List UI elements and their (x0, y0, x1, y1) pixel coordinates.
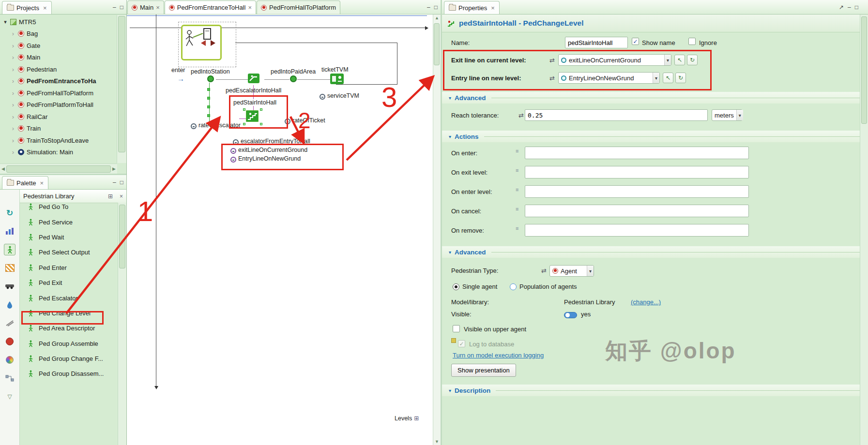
properties-vertical-scrollbar[interactable] (860, 15, 868, 445)
node-pedintopaidarea[interactable] (290, 75, 297, 82)
levels-control[interactable]: Levels ⊞ (395, 415, 419, 422)
tab-pedfromhalltoplatform[interactable]: PedFromHallToPlatform (257, 0, 340, 14)
node-exitlineoncurrentground-icon[interactable] (230, 148, 236, 154)
selection-handle[interactable] (260, 108, 262, 111)
fluid-library-icon[interactable] (4, 299, 15, 311)
controls-icon[interactable] (4, 372, 15, 384)
close-icon[interactable]: × (40, 179, 44, 187)
tree-item-traintostopandleave[interactable]: › TrainToStopAndLeave (0, 134, 117, 147)
close-icon[interactable]: × (156, 4, 160, 11)
close-icon[interactable]: × (248, 4, 252, 11)
expand-icon[interactable]: › (11, 113, 15, 120)
show-presentation-button[interactable]: Show presentation (451, 364, 516, 377)
port[interactable] (207, 114, 210, 117)
scrollbar-thumb[interactable] (118, 16, 125, 152)
dropdown-icon[interactable]: ▾ (653, 73, 659, 83)
palette-item-ped-service[interactable]: Ped Service (20, 214, 118, 229)
label-rateofticket[interactable]: rateOfTicket (292, 117, 325, 124)
palette-item-ped-wait[interactable]: Ped Wait (20, 230, 118, 245)
dropdown-icon[interactable]: ▾ (736, 110, 743, 120)
select-in-editor-button[interactable]: ↖ (663, 73, 673, 83)
swap-value-icon[interactable]: ⇄ (518, 112, 524, 119)
label-pedintostation[interactable]: pedIntoStation (191, 68, 230, 75)
section-advanced-2[interactable]: ▾ Advanced (442, 246, 868, 258)
label-exitlineoncurrentground[interactable]: exitLineOnCurrentGround (238, 147, 307, 153)
material-handling-icon[interactable] (4, 336, 15, 347)
scroll-left-icon[interactable]: ◀ (1, 166, 5, 171)
expand-icon[interactable]: › (11, 137, 15, 144)
projects-tab[interactable]: Projects × (2, 1, 52, 14)
label-pedintopaidarea[interactable]: pedIntoPaidArea (271, 68, 316, 75)
visible-upper-checkbox[interactable] (453, 325, 460, 332)
on-exit-level-input[interactable] (525, 166, 749, 178)
tree-root-mtr5[interactable]: ▾ MTR5 (0, 16, 117, 28)
palette-item-ped-escalator[interactable]: Ped Escalator (20, 290, 118, 305)
expand-icon[interactable]: › (11, 30, 15, 37)
selection-handle[interactable] (243, 108, 245, 111)
ped-change-level-presentation[interactable] (181, 25, 222, 60)
tree-item-gate[interactable]: › Gate (0, 40, 117, 52)
palette-item-ped-area-descriptor[interactable]: Ped Area Descriptor (20, 321, 118, 336)
code-icon[interactable]: ≡ (516, 206, 518, 212)
road-library-icon[interactable] (4, 281, 15, 292)
levels-icon[interactable]: ⊞ (414, 415, 419, 422)
section-description[interactable]: ▾ Description (442, 385, 868, 396)
create-new-button[interactable]: ↻ (675, 73, 686, 83)
palette-vertical-scrollbar[interactable] (118, 203, 126, 445)
scroll-right-icon[interactable]: ▶ (112, 166, 116, 171)
on-cancel-input[interactable] (525, 205, 749, 217)
scroll-down-icon[interactable]: ▼ (433, 439, 441, 444)
scrollbar-thumb[interactable] (6, 165, 111, 173)
pedestrian-type-combo[interactable]: Agent ▾ (549, 265, 594, 277)
close-icon[interactable]: × (43, 4, 47, 12)
analysis-library-icon[interactable] (4, 225, 15, 237)
collapse-icon[interactable]: ▾ (449, 388, 451, 393)
tab-pedfromentrancetohall[interactable]: PedFromEntranceToHall × (165, 0, 256, 14)
scrollbar-thumb[interactable] (119, 205, 125, 268)
maximize-icon[interactable]: □ (855, 1, 858, 14)
label-servicetvm[interactable]: serviceTVM (327, 92, 359, 99)
scrollbar-thumb[interactable] (434, 23, 440, 65)
label-pedescalatorintohall[interactable]: pedEscalatorIntoHall (226, 87, 281, 94)
tree-item-main[interactable]: › Main (0, 52, 117, 64)
section-actions[interactable]: ▾ Actions (442, 131, 868, 142)
selection-handle[interactable] (260, 123, 262, 125)
label-escalatorfromentrytohall[interactable]: escalatorFromEntryToHall (241, 138, 310, 145)
expand-icon[interactable]: › (11, 148, 15, 156)
palette-tab[interactable]: Palette × (2, 176, 48, 189)
on-remove-input[interactable] (525, 224, 749, 237)
close-icon[interactable]: × (491, 4, 495, 12)
port[interactable] (207, 97, 210, 100)
presentation-icon[interactable] (4, 354, 15, 366)
palette-item-ped-group-assemble[interactable]: Ped Group Assemble (20, 336, 118, 351)
diagram-canvas[interactable]: enter → pedIntoStation pedEscalatorIntoH… (127, 15, 441, 445)
single-agent-radio[interactable] (453, 283, 459, 290)
restore-icon[interactable]: ↗ (839, 1, 844, 14)
node-rateofticket-icon[interactable] (285, 119, 290, 124)
label-rateofescalator[interactable]: rateOfEscalator (198, 122, 241, 129)
palette-item-ped-enter[interactable]: Ped Enter (20, 260, 118, 275)
projects-vertical-scrollbar[interactable] (117, 15, 126, 163)
port[interactable] (207, 88, 210, 91)
units-combo[interactable]: meters ▾ (712, 109, 743, 121)
tab-main[interactable]: Main × (127, 0, 164, 14)
label-tickettvm[interactable]: ticketTVM (321, 66, 349, 73)
process-library-icon[interactable]: ↻ (4, 207, 15, 219)
minimize-icon[interactable]: – (848, 1, 851, 14)
port[interactable] (207, 105, 210, 108)
layout-grid-icon[interactable]: ⊞ (108, 193, 113, 200)
palette-item-ped-group-disassemble[interactable]: Ped Group Disassem... (20, 366, 118, 381)
maximize-icon[interactable]: □ (434, 1, 438, 14)
strip-more-icon[interactable]: ▽ (4, 391, 15, 402)
space-markup-icon[interactable] (4, 262, 15, 274)
tree-item-simulation-main[interactable]: › Simulation: Main (0, 147, 117, 159)
swap-value-icon[interactable]: ⇄ (549, 74, 555, 82)
visible-toggle[interactable] (564, 312, 577, 318)
label-pedstairintohall[interactable]: pedStairIntoHall (232, 99, 277, 106)
minimize-icon[interactable]: – (113, 1, 116, 14)
palette-item-ped-exit[interactable]: Ped Exit (20, 275, 118, 290)
collapse-icon[interactable]: ▾ (3, 19, 8, 25)
entry-line-combo[interactable]: EntryLineOnNewGrund ▾ (558, 72, 660, 84)
code-icon[interactable]: ≡ (516, 187, 518, 193)
code-icon[interactable]: ≡ (516, 167, 518, 173)
